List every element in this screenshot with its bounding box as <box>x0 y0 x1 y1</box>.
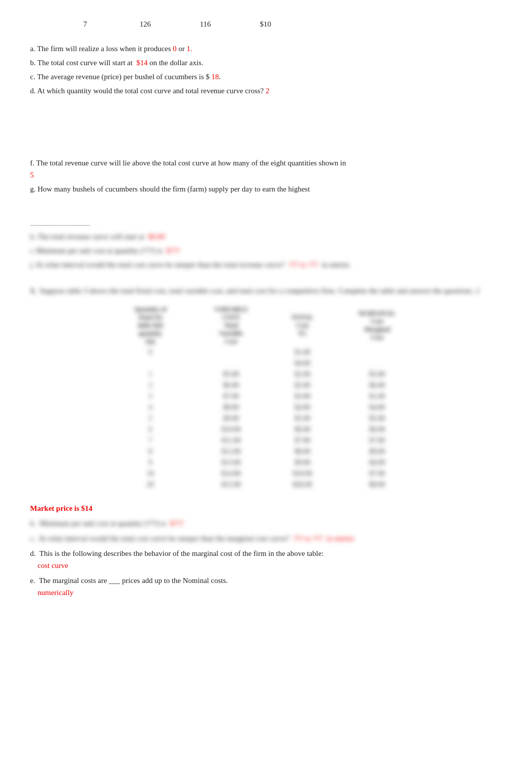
cell-mc9: $4.00 <box>333 457 421 468</box>
f-text: f. The total revenue curve will lie abov… <box>30 159 346 167</box>
table-row: 7 $11.00 $7.00 $7.00 <box>111 435 421 446</box>
cell-vc7: $11.00 <box>190 435 272 446</box>
col3-value: 116 <box>190 20 220 29</box>
cell-q7: 7 <box>111 435 190 446</box>
cell-vc10: $14.00 <box>190 468 272 479</box>
or-text: or <box>178 45 186 53</box>
cell-mc7: $7.00 <box>333 435 421 446</box>
cell-tc4: $4.00 <box>272 402 333 413</box>
cell-vc0 <box>190 347 272 358</box>
col-header-variable: VARIABLECOSTTotalVariableCost <box>190 304 272 347</box>
section-divider <box>30 225 90 226</box>
q3-answer-b-text: b. Minimum per unit cost at quantity (??… <box>30 519 184 527</box>
section-abcd: a. The firm will realize a loss when it … <box>30 43 502 97</box>
q3-bottom-answers: Market price is $14 b. Minimum per unit … <box>30 502 502 599</box>
cell-q0: 0 <box>111 347 190 358</box>
q3-answer-e-partial: e. The marginal costs are ___ prices add… <box>30 574 502 599</box>
table-row: 2 $6.00 $2.00 $6.00 <box>111 380 421 391</box>
q3-number: 3. <box>30 287 36 295</box>
cell-mc8: $8.00 <box>333 446 421 457</box>
line-a-prefix: a. The firm will realize a loss when it … <box>30 45 173 53</box>
cell-vc20: $15.00 <box>190 479 272 490</box>
line-c: c. The average revenue (price) per bushe… <box>30 71 502 83</box>
cell-tc20: $20.00 <box>272 479 333 490</box>
cell-vc5: $9.00 <box>190 413 272 424</box>
gap-section <box>30 112 502 152</box>
col1-value: 7 <box>70 20 100 29</box>
col-header-total: TOTALCostTC <box>272 304 333 347</box>
answer-1: 1. <box>187 45 192 53</box>
table-row: 20 $15.00 $20.00 $8.00 <box>111 479 421 490</box>
cell-mc5: $5.00 <box>333 413 421 424</box>
cell-tc5: $5.00 <box>272 413 333 424</box>
cell-q2: 2 <box>111 380 190 391</box>
q3-answer-d-text: d. This is the following describes the b… <box>30 549 324 557</box>
cell-mc4: $4.00 <box>333 402 421 413</box>
cell-tc9: $9.00 <box>272 457 333 468</box>
q3-answer-c-text: c. At what interval would the total cost… <box>30 534 354 542</box>
line-a: a. The firm will realize a loss when it … <box>30 43 502 55</box>
line-d: d. At which quantity would the total cos… <box>30 85 502 97</box>
q3-answer-a-line: Market price is $14 <box>30 502 502 514</box>
cell-tc7: $7.00 <box>272 435 333 446</box>
cell-tc2: $2.00 <box>272 380 333 391</box>
q3-answer-b-blurred: b. Minimum per unit cost at quantity (??… <box>30 517 502 529</box>
blurred-i-text: i. Minimum per unit cost at quantity (??… <box>30 247 180 255</box>
cell-q20: 20 <box>111 479 190 490</box>
cell-mc0 <box>333 347 421 358</box>
table-row: 5 $9.00 $5.00 $5.00 <box>111 413 421 424</box>
answer-0: 0 <box>173 45 177 53</box>
blurred-line-h: h. The total revenue curve will start at… <box>30 231 502 243</box>
cell-vc-blank <box>190 358 272 369</box>
cell-q1: 1 <box>111 369 190 380</box>
cell-q5: 5 <box>111 413 190 424</box>
line-c-end: . <box>219 73 221 81</box>
table-header-row: Quantity ofTotal Fixdaily fishquantity(Q… <box>111 304 421 347</box>
blurred-line-i: i. Minimum per unit cost at quantity (??… <box>30 245 502 257</box>
cell-vc6: $10.00 <box>190 424 272 435</box>
answer-14: $14 <box>134 59 147 67</box>
cell-vc1: $5.00 <box>190 369 272 380</box>
table-row: 6 $10.00 $6.00 $6.00 <box>111 424 421 435</box>
cell-q6: 6 <box>111 424 190 435</box>
cell-vc4: $8.00 <box>190 402 272 413</box>
cell-tc10: $10.00 <box>272 468 333 479</box>
blurred-j-text: j. At what interval would the total cost… <box>30 261 350 269</box>
cell-tc6: $6.00 <box>272 424 333 435</box>
q3-header-text: Suppose table 3 shows the total fixed co… <box>40 287 480 295</box>
q3-table-wrapper: Quantity ofTotal Fixdaily fishquantity(Q… <box>111 304 421 490</box>
col-header-marginal: MARGINALCostMarginalCost <box>333 304 421 347</box>
cell-vc9: $13.00 <box>190 457 272 468</box>
cell-q9: 9 <box>111 457 190 468</box>
answer-2: 2 <box>265 87 270 95</box>
cell-tc1: $2.00 <box>272 369 333 380</box>
q3-answer-d-partial: d. This is the following describes the b… <box>30 547 502 571</box>
q3-answer-e-answer: numerically <box>30 589 74 597</box>
cell-tc0: $1.00 <box>272 347 333 358</box>
cell-mc10: $7.00 <box>333 468 421 479</box>
q3-answer-a-label: Market price is $14 <box>30 504 93 512</box>
cell-q4: 4 <box>111 402 190 413</box>
table-row: $4.00 <box>111 358 421 369</box>
blurred-h-text: h. The total revenue curve will start at… <box>30 233 165 241</box>
cell-mc20: $8.00 <box>333 479 421 490</box>
question-3-block: 3. Suppose table 3 shows the total fixed… <box>30 285 502 599</box>
cell-q-blank <box>111 358 190 369</box>
table-row: 8 $12.00 $8.00 $8.00 <box>111 446 421 457</box>
q3-answer-e-text: e. The marginal costs are ___ prices add… <box>30 576 228 584</box>
top-data-row: 7 126 116 $10 <box>30 15 502 34</box>
cell-mc1: $5.00 <box>333 369 421 380</box>
cell-vc3: $7.00 <box>190 391 272 402</box>
cell-tc3: $3.00 <box>272 391 333 402</box>
section-g: g. How many bushels of cucumbers should … <box>30 183 502 195</box>
g-text: g. How many bushels of cucumbers should … <box>30 185 310 193</box>
line-b-prefix: b. The total cost curve will start at <box>30 59 134 67</box>
cell-vc8: $12.00 <box>190 446 272 457</box>
cell-tc8: $8.00 <box>272 446 333 457</box>
table-row: 1 $5.00 $2.00 $5.00 <box>111 369 421 380</box>
cell-q8: 8 <box>111 446 190 457</box>
table-row: 3 $7.00 $3.00 $1.00 <box>111 391 421 402</box>
col2-value: 126 <box>130 20 160 29</box>
table-row: 0 $1.00 <box>111 347 421 358</box>
cell-mc2: $6.00 <box>333 380 421 391</box>
